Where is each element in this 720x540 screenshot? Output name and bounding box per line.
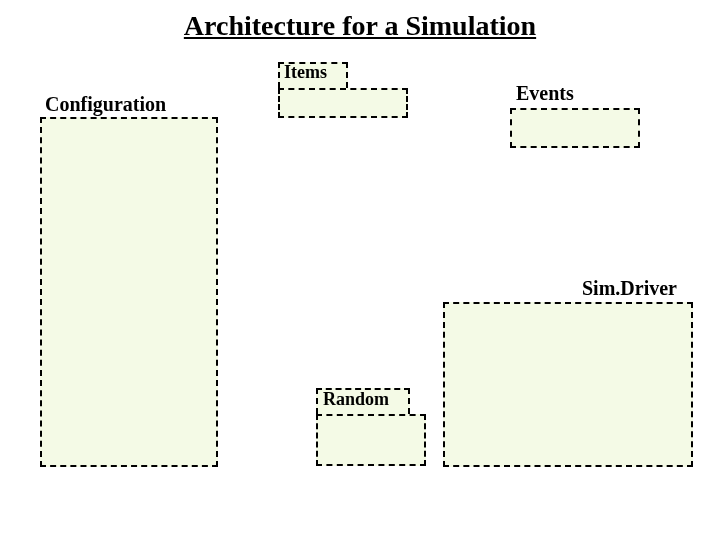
simdriver-box	[443, 302, 693, 467]
configuration-box	[40, 117, 218, 467]
random-label: Random	[323, 389, 389, 410]
items-box	[278, 88, 408, 118]
diagram-title: Architecture for a Simulation	[0, 10, 720, 42]
events-label: Events	[516, 82, 574, 105]
configuration-label: Configuration	[45, 93, 166, 116]
events-box	[510, 108, 640, 148]
simdriver-label: Sim.Driver	[582, 277, 677, 300]
random-box	[316, 414, 426, 466]
items-label: Items	[284, 62, 327, 83]
